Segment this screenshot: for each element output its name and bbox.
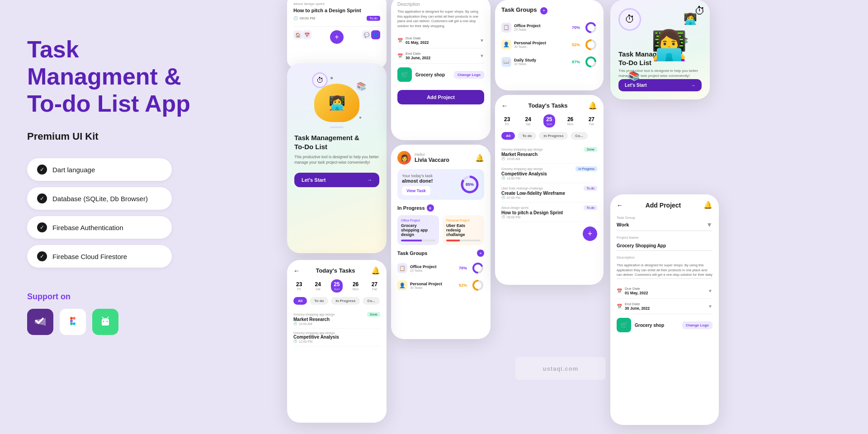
- add-project-button[interactable]: Add Project: [397, 90, 484, 104]
- back-btn-9[interactable]: ←: [617, 202, 623, 209]
- ft7-co[interactable]: Co...: [571, 132, 587, 140]
- user-greeting: 👩 Hello! Livia Vaccaro 🔔: [397, 151, 484, 165]
- nav-user[interactable]: 👤: [371, 30, 380, 39]
- android-icon: [92, 309, 118, 335]
- phone-add-project-2: ← Add Project 🔔 Task Group Work ▼ Projec…: [610, 194, 719, 425]
- c7-25[interactable]: 25Sun: [543, 114, 555, 127]
- lets-start-button[interactable]: Let's Start →: [294, 173, 379, 187]
- p9-due-date: 📅 Due Date 01 May, 2022 ▼: [617, 283, 712, 299]
- filter-tabs-7: All To do In Progress Co...: [501, 132, 597, 140]
- p9-logo-row: 🛒 Grocery shop Change Logo: [617, 314, 712, 336]
- cal-day-26[interactable]: 26 Mon: [350, 279, 362, 292]
- support-section: Support on: [27, 292, 208, 335]
- bell-icon-7[interactable]: 🔔: [588, 101, 597, 110]
- feature-firebase-auth: ✓ Firebase Authentication: [27, 216, 172, 239]
- calendar-strip-7: 23Fri 24Sat 25Sun 26Mon 27Tue: [501, 114, 597, 127]
- t7-market: Grocery shopping app design Done Market …: [501, 144, 597, 164]
- ft7-inprog[interactable]: In Progress: [539, 132, 568, 140]
- main-title: Task Managment & To-do List App: [27, 36, 208, 117]
- cal-day-24[interactable]: 24 Sat: [312, 279, 324, 292]
- watermark-text: ustaqi.com: [543, 365, 579, 372]
- check-icon-4: ✓: [37, 251, 47, 261]
- ft7-todo[interactable]: To do: [518, 132, 536, 140]
- left-panel: Task Managment & To-do List App Premium …: [0, 0, 235, 434]
- tasks-header-7: ← Today's Tasks 🔔: [501, 101, 597, 110]
- t7-competitive: Grocery shopping app design In Progress …: [501, 164, 597, 183]
- cal-day-25[interactable]: 25 Sun: [331, 279, 342, 292]
- svg-rect-2: [70, 320, 73, 322]
- notification-icon[interactable]: 🔔: [475, 154, 484, 162]
- task-groups-title: Task Groups +: [397, 250, 484, 257]
- svg-point-5: [103, 321, 104, 322]
- phone-design-sprint: About design sprint How to pitch a Desig…: [287, 0, 387, 68]
- tasks-header: ← Today's Tasks 🔔: [293, 266, 380, 275]
- svg-line-8: [107, 317, 108, 318]
- phones-container: About design sprint How to pitch a Desig…: [253, 0, 868, 434]
- p9-end-date: 📅 End Date 30 June, 2022 ▼: [617, 299, 712, 314]
- ip-card-personal: Personal Project Uber Eats redesig chall…: [443, 215, 484, 245]
- todo-badge: To-do: [367, 16, 380, 21]
- add-fab[interactable]: +: [583, 226, 597, 241]
- nav-calendar[interactable]: 📅: [302, 30, 311, 39]
- svg-point-6: [107, 321, 108, 322]
- add-project-header: ← Add Project 🔔: [617, 201, 712, 209]
- in-progress-title: In Progress 6: [397, 204, 484, 212]
- logo-row: 🛒 Grocery shop Change Logo: [397, 64, 484, 85]
- c7-27[interactable]: 27Tue: [586, 114, 597, 127]
- task-group-value: Work: [617, 222, 629, 227]
- view-task-button[interactable]: View Task: [402, 186, 430, 195]
- cal-day-23[interactable]: 23 Fri: [293, 279, 305, 292]
- phone-welcome: ⏱ 📚 ● ● 👩‍💻 Task Management & To-Do List…: [287, 63, 387, 253]
- tg-item-office: 📋 Office Project 23 Tasks 70%: [397, 259, 484, 277]
- p9-change-logo-btn[interactable]: Change Logo: [682, 321, 712, 329]
- bell-9[interactable]: 🔔: [703, 201, 712, 209]
- subtitle: Premium UI Kit: [27, 131, 208, 142]
- nav-chat[interactable]: 💬: [362, 30, 371, 39]
- back-arrow[interactable]: ←: [293, 267, 300, 274]
- support-icons: [27, 309, 208, 335]
- c7-24[interactable]: 24Sat: [523, 114, 534, 127]
- watermark-area: ustaqi.com: [515, 357, 606, 380]
- ft7-all[interactable]: All: [501, 132, 515, 140]
- svg-point-4: [73, 322, 75, 325]
- add-button[interactable]: +: [330, 30, 344, 44]
- c7-23[interactable]: 23Fri: [501, 114, 513, 127]
- tg6-personal: 👤 Personal Project 30 Tasks 52%: [501, 36, 597, 53]
- check-icon: ✓: [37, 165, 47, 175]
- change-logo-btn[interactable]: Change Logo: [454, 71, 484, 79]
- due-date-row: 📅 Due Date 01 May, 2022 ▼: [397, 33, 484, 48]
- calendar-strip: 23 Fri 24 Sat 25 Sun 26 Mon 27 Tue: [293, 279, 380, 292]
- progress-donut: 85%: [460, 175, 480, 194]
- svg-rect-1: [73, 317, 75, 320]
- filter-todo[interactable]: To do: [310, 297, 328, 305]
- description-field[interactable]: This application is designed for super s…: [617, 261, 712, 279]
- status-done-badge: Done: [367, 312, 380, 317]
- figma-icon: [60, 309, 86, 335]
- phone-task-groups: Task Groups + 📋 Office Project 23 Tasks …: [495, 0, 604, 90]
- vscode-icon: [27, 309, 53, 335]
- filter-inprogress[interactable]: In Progress: [331, 297, 360, 305]
- support-label: Support on: [27, 292, 208, 302]
- filter-all[interactable]: All: [293, 297, 307, 305]
- in-progress-count: 6: [427, 204, 434, 212]
- feature-firebase-cloud: ✓ Firebase Cloud Firestore: [27, 245, 172, 268]
- c7-26[interactable]: 26Mon: [565, 114, 576, 127]
- bell-icon[interactable]: 🔔: [371, 266, 380, 275]
- user-avatar: 👩: [397, 151, 411, 165]
- project-name-field[interactable]: Grocery Shopping App: [617, 241, 712, 251]
- task-row-competitive: Grocery shopping app design Competitive …: [293, 329, 380, 346]
- phone-in-progress: 👩 Hello! Livia Vaccaro 🔔 Your today's ta…: [391, 145, 491, 339]
- svg-rect-3: [70, 322, 73, 325]
- task-progress-card: Your today's task almost done! View Task…: [397, 169, 484, 200]
- in-progress-cards: Office Project Grocery shopping app desi…: [397, 215, 484, 245]
- ip-card-office: Office Project Grocery shopping app desi…: [397, 215, 439, 245]
- feature-database: ✓ Database (SQLite, Db Browser): [27, 187, 172, 210]
- t7-designsprint: About design sprint To-do How to pitch a…: [501, 203, 597, 222]
- back-arrow-7[interactable]: ←: [501, 102, 508, 109]
- nav-home[interactable]: 🏠: [293, 30, 302, 39]
- phone-add-project-1: Description This application is designed…: [391, 0, 491, 140]
- cal-day-27[interactable]: 27 Tue: [369, 279, 380, 292]
- grocery-logo: 🛒: [397, 67, 412, 82]
- tg-item-personal: 👤 Personal Project 30 Tasks 52%: [397, 277, 484, 294]
- filter-complete[interactable]: Co...: [363, 297, 379, 305]
